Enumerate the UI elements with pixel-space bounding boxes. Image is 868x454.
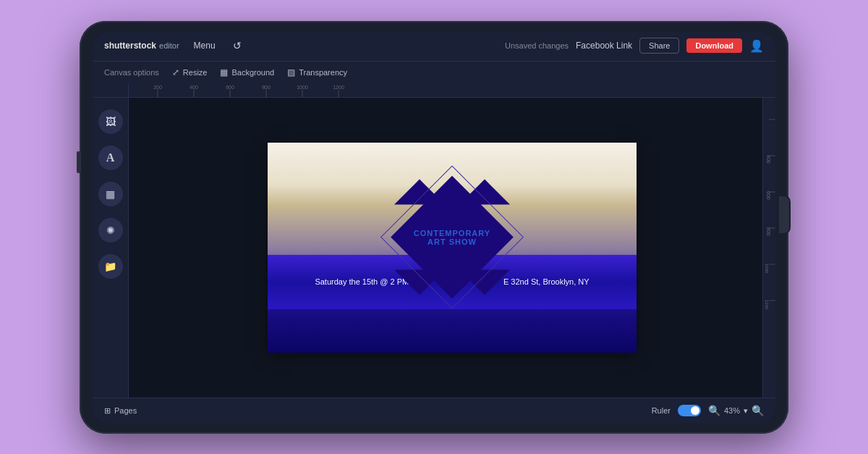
- svg-text:1200: 1200: [765, 300, 769, 310]
- elements-icon: ✺: [106, 224, 115, 236]
- svg-text:200: 200: [153, 85, 162, 90]
- pages-icon: ⊞: [104, 406, 111, 416]
- resize-label: Resize: [183, 68, 208, 77]
- pages-label: Pages: [114, 406, 137, 415]
- toggle-knob: [691, 406, 699, 415]
- sidebar-item-images[interactable]: 🖼: [98, 109, 123, 134]
- svg-text:400: 400: [190, 85, 198, 90]
- background-option[interactable]: ▦ Background: [220, 67, 274, 77]
- resize-option[interactable]: ⤢ Resize: [172, 67, 208, 77]
- svg-text:1000: 1000: [297, 85, 308, 90]
- sidebar-item-text[interactable]: A: [98, 146, 123, 170]
- canvas-wrapper: Saturday the 15th @ 2 PM E 32nd St, Broo…: [129, 98, 775, 398]
- diamond-container: CONTEMPORARY ART SHOW: [387, 172, 517, 302]
- undo-button[interactable]: ↺: [230, 37, 244, 54]
- ruler-toggle[interactable]: [678, 405, 701, 416]
- diamond-text: CONTEMPORARY ART SHOW: [414, 228, 490, 245]
- brand-editor: editor: [159, 41, 179, 50]
- share-button[interactable]: Share: [639, 38, 679, 54]
- images-icon: 🖼: [106, 116, 116, 127]
- ruler-toggle-label: Ruler: [652, 406, 671, 415]
- project-name: Facebook Link: [576, 41, 632, 51]
- background-icon: ▦: [220, 67, 228, 77]
- zoom-controls: 🔍 43% ▾ 🔍: [708, 405, 764, 416]
- sidebar-item-shapes[interactable]: ▦: [98, 182, 123, 206]
- ruler-corner: [93, 84, 129, 97]
- canvas-options-bar: Canvas options ⤢ Resize ▦ Background ▨ T…: [93, 62, 775, 85]
- zoom-in-button[interactable]: 🔍: [752, 405, 764, 416]
- svg-text:800: 800: [262, 85, 271, 90]
- canvas-options-label: Canvas options: [104, 68, 159, 77]
- files-icon: 📁: [104, 261, 116, 272]
- bottom-right-controls: Ruler 🔍 43% ▾ 🔍: [652, 405, 764, 416]
- svg-text:800: 800: [766, 227, 771, 236]
- power-button: [778, 195, 791, 235]
- svg-text:400: 400: [766, 155, 771, 164]
- brand-logo: shutterstock editor: [104, 41, 179, 51]
- svg-text:600: 600: [766, 191, 771, 200]
- sidebar-item-files[interactable]: 📁: [98, 254, 123, 279]
- title-line2: ART SHOW: [414, 237, 490, 245]
- zoom-dropdown-icon: ▾: [744, 406, 748, 416]
- ruler-vertical-svg: 200 400 600 800 1000 1200: [763, 98, 775, 398]
- transparency-option[interactable]: ▨ Transparency: [287, 67, 347, 77]
- ruler-bar: 200 400 600 800 1000 1200: [93, 85, 775, 98]
- svg-text:600: 600: [226, 85, 234, 90]
- bottom-bar: ⊞ Pages Ruler 🔍 43% ▾ 🔍: [93, 398, 775, 424]
- brand-shutterstock: shutterstock: [104, 41, 156, 51]
- ruler-vertical: 200 400 600 800 1000 1200: [762, 98, 775, 398]
- svg-text:1200: 1200: [333, 85, 344, 90]
- unsaved-label: Unsaved changes: [505, 41, 569, 50]
- menu-button[interactable]: Menu: [188, 38, 221, 54]
- background-label: Background: [231, 68, 274, 77]
- design-canvas[interactable]: Saturday the 15th @ 2 PM E 32nd St, Broo…: [268, 143, 637, 353]
- ruler-svg: 200 400 600 800 1000 1200: [129, 84, 775, 97]
- resize-icon: ⤢: [172, 67, 179, 77]
- topbar: shutterstock editor Menu ↺ Unsaved chang…: [93, 31, 775, 62]
- shapes-icon: ▦: [106, 188, 115, 200]
- main-area: 🖼 A ▦ ✺ 📁: [93, 98, 775, 398]
- volume-button: [77, 151, 80, 173]
- svg-text:1000: 1000: [765, 264, 769, 274]
- sidebar-item-elements[interactable]: ✺: [98, 218, 123, 243]
- download-button[interactable]: Download: [686, 38, 742, 53]
- tablet-device: shutterstock editor Menu ↺ Unsaved chang…: [80, 21, 788, 434]
- transparency-label: Transparency: [299, 68, 347, 77]
- zoom-out-button[interactable]: 🔍: [708, 405, 720, 416]
- user-icon[interactable]: 👤: [749, 39, 764, 53]
- ruler-horizontal: 200 400 600 800 1000 1200: [129, 84, 775, 97]
- transparency-icon: ▨: [287, 67, 295, 77]
- text-icon: A: [106, 151, 115, 164]
- topbar-center: Unsaved changes Facebook Link Share Down…: [253, 38, 764, 54]
- zoom-level: 43%: [724, 406, 740, 415]
- tablet-screen: shutterstock editor Menu ↺ Unsaved chang…: [93, 31, 775, 424]
- title-line1: CONTEMPORARY: [414, 228, 490, 237]
- pages-button[interactable]: ⊞ Pages: [104, 406, 137, 416]
- left-sidebar: 🖼 A ▦ ✺ 📁: [93, 98, 129, 398]
